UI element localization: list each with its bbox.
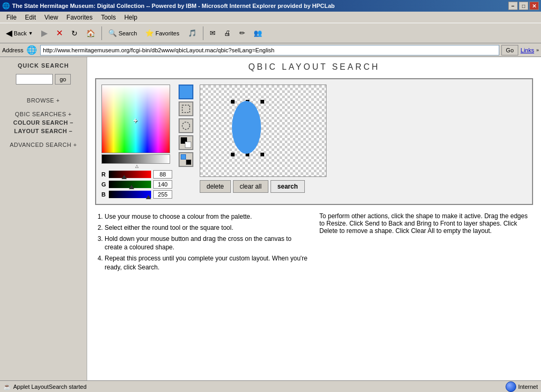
links-expand-icon[interactable]: » [536, 48, 539, 53]
menu-bar: File Edit View Favorites Tools Help [0, 12, 541, 23]
main-layout: QUICK SEARCH go BROWSE + QBIC SEARCHES +… [0, 57, 541, 380]
menu-view[interactable]: View [40, 13, 62, 22]
instruction-1: Use your mouse to choose a colour from t… [105, 212, 309, 221]
stop-button[interactable]: ✕ [52, 25, 67, 41]
forward-button[interactable]: ▶ [38, 25, 51, 41]
b-value-input[interactable] [153, 190, 172, 199]
links-label[interactable]: Links [520, 47, 534, 53]
palette-area: + △ R G [101, 85, 172, 199]
color-swatch-button[interactable] [179, 85, 193, 99]
b-slider[interactable] [109, 191, 151, 198]
clear-all-button[interactable]: clear all [233, 180, 268, 193]
refresh-icon: ↻ [71, 29, 78, 38]
menu-help[interactable]: Help [120, 13, 142, 22]
gradient-arrow: △ [101, 164, 172, 169]
media-button[interactable]: 🎵 [184, 25, 200, 41]
menu-favorites[interactable]: Favorites [62, 13, 97, 22]
quick-search-label: QUICK SEARCH [3, 62, 84, 69]
title-bar: 🌐 The State Hermitage Museum: Digital Co… [0, 0, 541, 12]
gray-gradient[interactable] [101, 154, 170, 164]
circle-tool-button[interactable] [179, 118, 193, 133]
instructions-right-text: To perform other actions, click the shap… [320, 212, 534, 235]
search-canvas-button[interactable]: search [270, 180, 305, 193]
g-slider-row: G [101, 180, 172, 189]
canvas-area: delete clear all search [200, 85, 527, 193]
drawing-canvas[interactable] [200, 85, 327, 177]
go-button[interactable]: Go [501, 45, 519, 55]
foreground-color-button[interactable] [179, 135, 193, 150]
refresh-button[interactable]: ↻ [68, 25, 81, 41]
toolbar-separator-2 [203, 26, 203, 40]
sidebar-item-qbic[interactable]: QBIC SEARCHES + [3, 111, 84, 117]
instructions-right: To perform other actions, click the shap… [320, 212, 534, 274]
back-button[interactable]: ◀ Back ▼ [2, 25, 36, 41]
color-gradient[interactable]: + [101, 85, 170, 153]
menu-edit[interactable]: Edit [21, 13, 40, 22]
maximize-button[interactable]: □ [519, 2, 528, 10]
r-value-input[interactable] [153, 170, 172, 179]
page-title: QBIC LAYOUT SEARCH [95, 62, 533, 72]
instruction-2: Select either the round tool or the squa… [105, 223, 309, 232]
g-value-input[interactable] [153, 180, 172, 189]
instructions-left: Use your mouse to choose a colour from t… [95, 212, 309, 274]
handle-bottom-right[interactable] [260, 153, 264, 156]
delete-button[interactable]: delete [200, 180, 231, 193]
g-label: G [101, 181, 107, 188]
home-button[interactable]: 🏠 [82, 25, 99, 41]
square-tool-button[interactable] [179, 101, 193, 116]
g-slider[interactable] [109, 181, 151, 188]
action-buttons: delete clear all search [200, 180, 527, 193]
sidebar-item-layout[interactable]: LAYOUT SEARCH – [3, 128, 84, 134]
address-bar: Address 🌐 Go Links » [0, 43, 541, 57]
mail-button[interactable]: ✉ [206, 25, 219, 41]
sidebar-item-colour[interactable]: COLOUR SEARCH – [3, 119, 84, 126]
search-label: Search [118, 30, 137, 36]
print-icon: 🖨 [224, 29, 231, 37]
edit-button[interactable]: ✏ [236, 25, 249, 41]
back-dropdown-icon[interactable]: ▼ [28, 31, 33, 36]
favorites-label: Favorites [155, 30, 179, 36]
r-slider[interactable] [109, 171, 151, 178]
handle-top-right[interactable] [260, 100, 264, 104]
quick-search-input[interactable] [16, 74, 53, 85]
instruction-3: Hold down your mouse button and drag the… [105, 235, 309, 253]
print-button[interactable]: 🖨 [220, 25, 235, 41]
tool-buttons [179, 85, 193, 167]
toolbar: ◀ Back ▼ ▶ ✕ ↻ 🏠 🔍 Search ⭐ Favorites 🎵 … [0, 23, 541, 43]
ellipse-shape[interactable] [232, 101, 261, 154]
sidebar-item-advanced[interactable]: ADVANCED SEARCH + [3, 142, 84, 148]
discuss-button[interactable]: 👥 [250, 25, 266, 41]
sidebar: QUICK SEARCH go BROWSE + QBIC SEARCHES +… [0, 57, 87, 380]
content-area: QBIC LAYOUT SEARCH + △ R [87, 57, 541, 380]
sidebar-item-browse[interactable]: BROWSE + [3, 97, 84, 104]
handle-bottom-left[interactable] [231, 153, 235, 156]
quick-search-go-button[interactable]: go [55, 74, 71, 85]
r-slider-thumb [122, 175, 127, 179]
square-tool-icon [181, 104, 191, 114]
home-icon: 🏠 [86, 29, 95, 38]
favorites-icon: ⭐ [145, 29, 154, 37]
menu-tools[interactable]: Tools [97, 13, 120, 22]
media-icon: 🎵 [188, 29, 197, 37]
handle-top-left[interactable] [231, 100, 235, 104]
close-button[interactable]: ✕ [529, 2, 539, 10]
stop-icon: ✕ [56, 28, 63, 38]
svg-point-1 [182, 122, 190, 129]
circle-tool-icon [181, 121, 191, 130]
crosshair-marker: + [133, 116, 138, 122]
address-input[interactable] [40, 45, 499, 55]
search-icon: 🔍 [108, 29, 117, 37]
search-button[interactable]: 🔍 Search [105, 25, 141, 41]
instruction-4: Repeat this process until you complete y… [105, 254, 309, 272]
minimize-button[interactable]: − [508, 2, 518, 10]
window-controls: − □ ✕ [508, 2, 539, 10]
instructions-list: Use your mouse to choose a colour from t… [95, 212, 309, 272]
edit-icon: ✏ [239, 29, 245, 37]
back-label: Back [14, 30, 26, 36]
back-icon: ◀ [6, 28, 12, 38]
forward-icon: ▶ [41, 28, 48, 38]
swap-color-button[interactable] [179, 152, 193, 167]
menu-file[interactable]: File [2, 13, 21, 22]
favorites-button[interactable]: ⭐ Favorites [142, 25, 183, 41]
quick-search-row: go [3, 74, 84, 85]
